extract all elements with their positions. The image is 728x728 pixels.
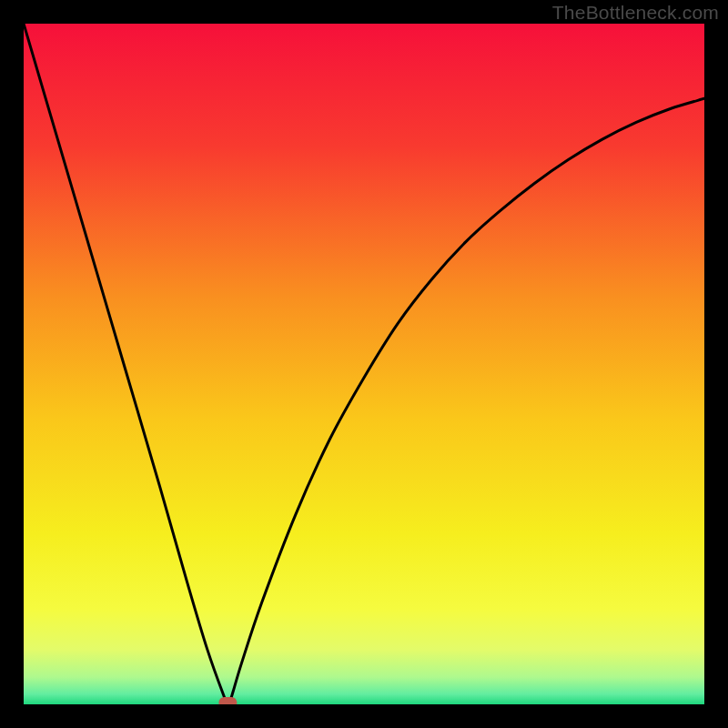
min-marker — [218, 697, 237, 704]
watermark-text: TheBottleneck.com — [552, 2, 719, 24]
plot-area — [24, 24, 704, 704]
chart-frame: TheBottleneck.com — [0, 0, 728, 728]
chart-svg — [24, 24, 704, 704]
gradient-background — [24, 24, 704, 704]
